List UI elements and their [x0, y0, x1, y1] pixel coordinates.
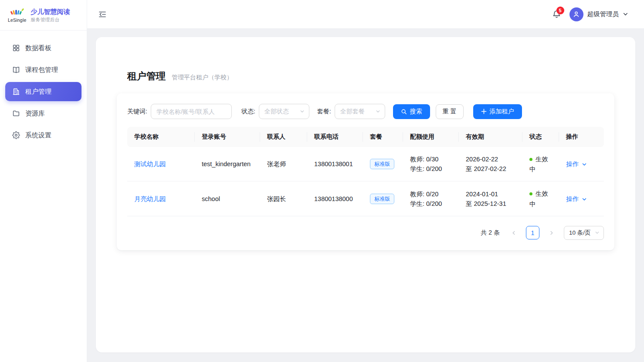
col-header-contact: 联系人	[260, 127, 307, 147]
chevron-down-icon	[582, 197, 587, 202]
page-size-select[interactable]: 10 条/页	[564, 226, 604, 240]
contact-cell: 张园长	[260, 181, 307, 216]
content-area: 租户管理 管理平台租户（学校） 关键词: 状态: 全部状态	[87, 29, 644, 362]
tenant-table: 学校名称 登录账号 联系人 联系电话 套餐 配额使用 有效期 状态 操作	[127, 127, 604, 216]
account-cell: school	[195, 181, 260, 216]
col-header-status: 状态	[522, 127, 559, 147]
plan-select[interactable]: 全部套餐	[335, 104, 385, 119]
reset-button[interactable]: 重 置	[436, 104, 464, 119]
pagination-next-icon[interactable]	[546, 227, 558, 239]
valid-to: 至 2025-12-31	[466, 199, 515, 208]
sidebar-item-system-settings[interactable]: 系统设置	[5, 126, 81, 145]
sidebar-item-label: 资源库	[25, 109, 45, 118]
valid-from: 2024-01-01	[466, 189, 515, 199]
status-select[interactable]: 全部状态	[259, 104, 309, 119]
pagination-prev-icon[interactable]	[508, 227, 520, 239]
app-root: LeSingle 少儿智慧阅读 服务管理后台 数据看板	[0, 0, 644, 362]
reset-button-label: 重 置	[443, 108, 457, 116]
plus-icon	[481, 109, 487, 114]
chevron-down-icon	[300, 109, 305, 114]
main-area: 5 超级管理员	[87, 0, 644, 362]
valid-from: 2026-02-22	[466, 154, 515, 164]
brand-logo-block: LeSingle 少儿智慧阅读 服务管理后台	[0, 0, 87, 31]
status-dot-icon	[529, 192, 532, 195]
sidebar-item-resource-library[interactable]: 资源库	[5, 104, 81, 123]
header-right-group: 5 超级管理员	[552, 7, 629, 21]
user-menu[interactable]: 超级管理员	[569, 7, 629, 21]
plan-badge: 标准版	[370, 194, 394, 204]
page-title: 租户管理	[127, 70, 166, 83]
quota-student: 学生: 0/200	[410, 164, 452, 174]
quota-teacher: 教师: 0/30	[410, 154, 452, 164]
validity-cell: 2024-01-01 至 2025-12-31	[459, 181, 522, 216]
page-card: 租户管理 管理平台租户（学校） 关键词: 状态: 全部状态	[96, 37, 635, 352]
chevron-down-icon	[623, 11, 628, 17]
row-actions-dropdown[interactable]: 操作	[566, 194, 587, 204]
contact-cell: 张老师	[260, 147, 307, 181]
brand-title: 少儿智慧阅读	[31, 7, 70, 16]
notification-count-badge: 5	[556, 7, 564, 14]
search-button[interactable]: 搜索	[393, 104, 430, 119]
row-actions-label: 操作	[566, 194, 579, 204]
search-button-label: 搜索	[410, 108, 422, 116]
sidebar: LeSingle 少儿智慧阅读 服务管理后台 数据看板	[0, 0, 87, 362]
col-header-login-account: 登录账号	[195, 127, 260, 147]
chevron-down-icon	[595, 230, 600, 235]
add-tenant-button-label: 添加租户	[490, 108, 514, 116]
col-header-validity: 有效期	[459, 127, 522, 147]
sidebar-item-label: 课程包管理	[25, 66, 58, 74]
table-row: 测试幼儿园 test_kindergarten 张老师 13800138001 …	[127, 147, 604, 181]
sidebar-item-course-packages[interactable]: 课程包管理	[5, 60, 81, 79]
notification-bell-icon[interactable]: 5	[552, 10, 562, 19]
school-name-link[interactable]: 测试幼儿园	[134, 161, 166, 167]
brand-logo: LeSingle	[8, 7, 26, 23]
avatar	[569, 7, 583, 21]
folder-icon	[12, 109, 20, 117]
status-label: 状态:	[241, 108, 255, 116]
page-size-value: 10 条/页	[569, 229, 591, 237]
table-header-row: 学校名称 登录账号 联系人 联系电话 套餐 配额使用 有效期 状态 操作	[127, 127, 604, 147]
page-subtitle: 管理平台租户（学校）	[172, 74, 233, 82]
sidebar-item-tenant-management[interactable]: 租户管理	[5, 82, 81, 101]
col-header-plan: 套餐	[363, 127, 403, 147]
filter-bar: 关键词: 状态: 全部状态 套餐: 全部套餐	[127, 104, 604, 119]
col-header-phone: 联系电话	[307, 127, 363, 147]
gear-icon	[12, 131, 20, 139]
phone-cell: 13800138000	[307, 181, 363, 216]
table-row: 月亮幼儿园 school 张园长 13800138000 标准版 教师: 0/2…	[127, 181, 604, 216]
pagination: 共 2 条 1 10 条/页	[127, 226, 604, 240]
search-icon	[401, 109, 407, 115]
phone-cell: 13800138001	[307, 147, 363, 181]
quota-cell: 教师: 0/20 学生: 0/200	[403, 181, 459, 216]
rainbow-bars-logo-icon	[9, 7, 25, 18]
quota-cell: 教师: 0/30 学生: 0/200	[403, 147, 459, 181]
sidebar-menu: 数据看板 课程包管理	[0, 31, 87, 153]
sidebar-item-label: 数据看板	[25, 44, 51, 52]
add-tenant-button[interactable]: 添加租户	[473, 104, 522, 119]
building-icon	[12, 88, 20, 96]
keyword-label: 关键词:	[127, 108, 147, 116]
status-select-value: 全部状态	[264, 108, 289, 116]
tenant-panel: 关键词: 状态: 全部状态 套餐: 全部套餐	[117, 93, 614, 250]
top-header: 5 超级管理员	[87, 0, 644, 29]
status-dot-icon	[529, 158, 532, 161]
sidebar-collapse-icon[interactable]	[98, 10, 108, 19]
brand-texts: 少儿智慧阅读 服务管理后台	[31, 7, 70, 23]
plan-badge: 标准版	[370, 159, 394, 169]
sidebar-item-dashboard[interactable]: 数据看板	[5, 38, 81, 58]
pagination-page-1[interactable]: 1	[526, 226, 539, 239]
keyword-input[interactable]	[151, 104, 232, 119]
brand-subtitle: 服务管理后台	[31, 17, 70, 23]
col-header-quota: 配额使用	[403, 127, 459, 147]
chevron-down-icon	[376, 109, 380, 114]
col-header-school-name: 学校名称	[127, 127, 195, 147]
quota-student: 学生: 0/200	[410, 199, 452, 208]
school-name-link[interactable]: 月亮幼儿园	[134, 195, 166, 202]
status-cell: 生效中	[522, 181, 559, 216]
status-cell: 生效中	[522, 147, 559, 181]
sidebar-item-label: 系统设置	[25, 131, 51, 140]
chevron-down-icon	[582, 162, 587, 167]
account-cell: test_kindergarten	[195, 147, 260, 181]
row-actions-dropdown[interactable]: 操作	[566, 159, 587, 169]
book-icon	[12, 66, 20, 74]
